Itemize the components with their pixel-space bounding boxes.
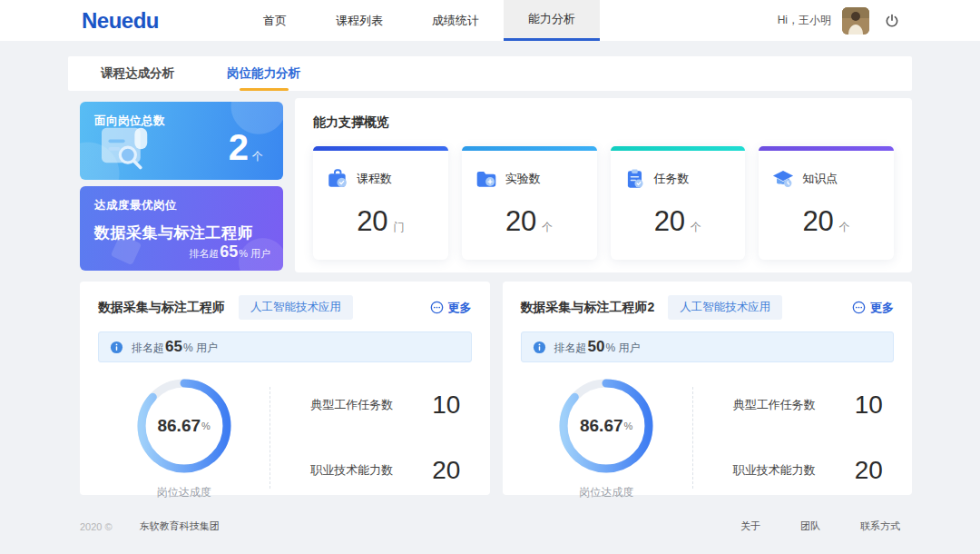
- stat-head: 实验数: [475, 167, 584, 191]
- stat-label: 实验数: [505, 171, 541, 187]
- brand-logo[interactable]: Neuedu: [82, 8, 159, 34]
- donut-unit: %: [624, 420, 633, 431]
- position-panel-header: 数据采集与标注工程师 人工智能技术应用 更多: [98, 295, 472, 320]
- capability-stats-row: 课程数 20门 实验数: [313, 146, 894, 260]
- rank-banner-text: 排名超65% 用户: [132, 338, 218, 356]
- position-panel-1: 数据采集与标注工程师 人工智能技术应用 更多 排名超65% 用户: [80, 282, 490, 495]
- more-link[interactable]: 更多: [852, 300, 894, 316]
- donut-block: 86.67% 岗位达成度: [521, 375, 692, 500]
- rank-prefix: 排名超: [189, 248, 219, 259]
- main-nav: 首页 课程列表 成绩统计 能力分析: [239, 0, 600, 41]
- stat-row-value: 20: [855, 456, 883, 485]
- stat-unit: 个: [691, 221, 701, 233]
- info-icon: [533, 341, 546, 354]
- nav-item-courses[interactable]: 课程列表: [311, 0, 407, 41]
- position-tag[interactable]: 人工智能技术应用: [239, 295, 353, 320]
- user-box: Hi，王小明: [778, 7, 900, 35]
- donut-label: 岗位达成度: [579, 485, 633, 500]
- stat-number: 20门: [326, 205, 436, 238]
- more-label: 更多: [448, 300, 472, 316]
- best-position-rank: 排名超65% 用户: [189, 242, 270, 262]
- tab-course-analysis[interactable]: 课程达成分析: [95, 56, 180, 91]
- footer-company[interactable]: 东软教育科技集团: [140, 519, 220, 533]
- stat-topbar: [313, 146, 448, 151]
- rank-banner-text: 排名超50% 用户: [554, 338, 641, 356]
- more-ellipsis-icon: [852, 301, 866, 314]
- footer-year: 2020 ©: [80, 521, 113, 532]
- rank-banner: 排名超50% 用户: [521, 331, 895, 362]
- summary-column: 面向岗位总数 2个 达成度最优岗位: [80, 102, 283, 272]
- donut-value: 86.67: [580, 416, 623, 436]
- clipboard-icon: [623, 167, 647, 191]
- capability-overview-panel: 能力支撑概览 课程数 20门: [295, 98, 912, 272]
- nav-item-home[interactable]: 首页: [239, 0, 311, 41]
- total-positions-unit: 个: [252, 150, 263, 163]
- user-avatar[interactable]: [842, 7, 869, 35]
- graduation-cap-icon: [771, 167, 795, 191]
- rank-value: 50: [588, 338, 605, 355]
- stat-value: 20: [357, 205, 387, 237]
- nav-item-grades[interactable]: 成绩统计: [407, 0, 504, 41]
- info-icon: [110, 341, 123, 354]
- stat-label: 课程数: [357, 171, 392, 187]
- rank-value: 65: [165, 338, 182, 355]
- footer: 2020 © 东软教育科技集团 关于 团队 联系方式: [80, 519, 900, 533]
- stat-value: 20: [802, 205, 833, 237]
- stat-card-courses[interactable]: 课程数 20门: [313, 146, 448, 260]
- stat-label: 知识点: [802, 171, 838, 187]
- stat-card-tasks[interactable]: 任务数 20个: [611, 146, 746, 260]
- position-panel-header: 数据采集与标注工程师2 人工智能技术应用 更多: [521, 295, 895, 320]
- tab-position-analysis[interactable]: 岗位能力分析: [221, 56, 306, 91]
- power-icon[interactable]: [884, 13, 900, 29]
- donut-unit: %: [201, 420, 211, 431]
- position-panel-body: 86.67% 岗位达成度 典型工作任务数 10 职业技术能力数 20: [521, 375, 895, 500]
- stat-topbar: [611, 146, 746, 151]
- rank-suffix: % 用户: [183, 341, 218, 354]
- footer-links: 关于 团队 联系方式: [740, 519, 900, 533]
- position-panel-2: 数据采集与标注工程师2 人工智能技术应用 更多 排名超50% 用: [503, 282, 913, 495]
- stat-number: 20个: [623, 205, 733, 238]
- best-position-card[interactable]: 达成度最优岗位 数据采集与标注工程师 排名超65% 用户: [80, 186, 283, 271]
- main-section: 面向岗位总数 2个 达成度最优岗位: [80, 98, 912, 272]
- stat-number: 20个: [475, 205, 584, 238]
- best-position-title: 达成度最优岗位: [94, 198, 269, 213]
- position-title: 数据采集与标注工程师: [98, 300, 225, 316]
- nav-item-ability[interactable]: 能力分析: [504, 0, 600, 41]
- avatar-image: [842, 7, 869, 35]
- position-tag[interactable]: 人工智能技术应用: [668, 295, 782, 320]
- donut-label: 岗位达成度: [157, 485, 211, 500]
- donut-center-value: 86.67%: [133, 375, 235, 477]
- rank-suffix: % 用户: [239, 248, 270, 259]
- achievement-donut-chart: 86.67%: [555, 375, 657, 477]
- footer-link-team[interactable]: 团队: [800, 519, 820, 533]
- stat-row-label: 职业技术能力数: [310, 462, 417, 479]
- briefcase-icon: [326, 167, 349, 191]
- stat-unit: 个: [542, 221, 553, 233]
- best-position-name: 数据采集与标注工程师: [94, 223, 269, 243]
- footer-link-about[interactable]: 关于: [740, 519, 760, 533]
- document-search-icon: [94, 118, 165, 178]
- donut-center-value: 86.67%: [555, 375, 657, 477]
- stat-row-value: 10: [432, 391, 460, 420]
- stat-topbar: [462, 146, 597, 151]
- position-title: 数据采集与标注工程师2: [521, 300, 655, 316]
- folder-icon: [475, 167, 498, 191]
- stat-label: 任务数: [654, 171, 690, 187]
- stat-row-skills: 职业技术能力数 20: [310, 456, 471, 485]
- stat-row-value: 10: [855, 391, 883, 420]
- total-positions-value: 2个: [229, 129, 263, 165]
- stat-value: 20: [505, 205, 536, 237]
- total-positions-card[interactable]: 面向岗位总数 2个: [80, 102, 283, 180]
- position-panel-body: 86.67% 岗位达成度 典型工作任务数 10 职业技术能力数 20: [98, 375, 472, 500]
- footer-link-contact[interactable]: 联系方式: [860, 519, 900, 533]
- stat-card-knowledge[interactable]: 知识点 20个: [759, 146, 894, 260]
- position-stats: 典型工作任务数 10 职业技术能力数 20: [270, 391, 471, 485]
- rank-value: 65: [220, 242, 238, 261]
- stat-unit: 个: [839, 221, 850, 233]
- stat-card-labs[interactable]: 实验数 20个: [462, 146, 597, 260]
- position-stats: 典型工作任务数 10 职业技术能力数 20: [693, 391, 894, 485]
- more-link[interactable]: 更多: [430, 300, 472, 316]
- stat-head: 任务数: [623, 167, 733, 191]
- stat-row-skills: 职业技术能力数 20: [733, 456, 894, 485]
- stat-row-label: 职业技术能力数: [733, 462, 840, 479]
